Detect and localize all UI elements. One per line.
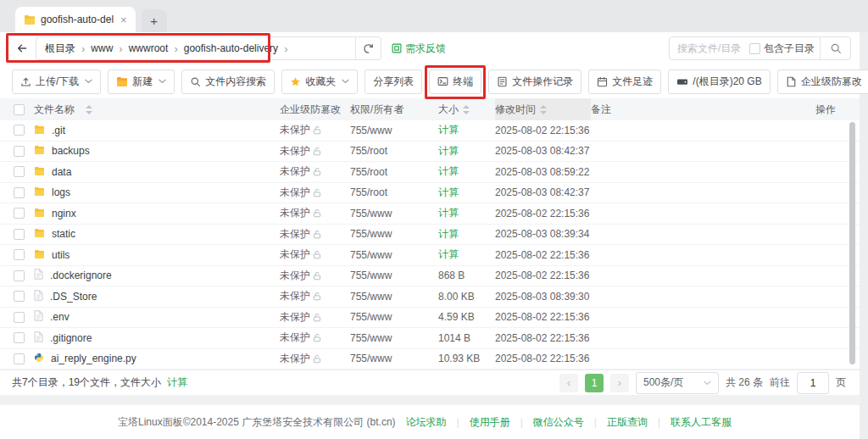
include-subdir-checkbox[interactable] bbox=[749, 43, 760, 54]
file-name[interactable]: nginx bbox=[52, 208, 76, 220]
refresh-button[interactable] bbox=[355, 37, 381, 59]
back-button[interactable] bbox=[12, 36, 32, 60]
calc-size-link[interactable]: 计算 bbox=[438, 206, 495, 220]
row-checkbox[interactable] bbox=[14, 229, 25, 240]
sort-icon[interactable] bbox=[540, 105, 547, 114]
tamper-proof-button[interactable]: 企业级防篡改 bbox=[777, 69, 868, 94]
footer-link[interactable]: 论坛求助 bbox=[406, 416, 447, 428]
row-checkbox[interactable] bbox=[14, 332, 25, 343]
row-checkbox[interactable] bbox=[14, 166, 25, 177]
calc-size-link[interactable]: 计算 bbox=[438, 144, 495, 158]
table-row[interactable]: .env 未保护 755/www 4.59 KB 2025-08-02 22:1… bbox=[0, 308, 860, 329]
row-checkbox[interactable] bbox=[14, 187, 25, 198]
permission-owner: 755/www bbox=[350, 332, 438, 344]
breadcrumb-item[interactable]: goofish-auto-delivery bbox=[184, 42, 278, 54]
header-modified-time[interactable]: 修改时间 bbox=[495, 98, 591, 120]
row-checkbox[interactable] bbox=[14, 146, 25, 157]
header-size[interactable]: 大小 bbox=[438, 103, 495, 117]
table-row[interactable]: .gitignore 未保护 755/www 1014 B 2025-08-02… bbox=[0, 328, 860, 349]
terminal-button[interactable]: 终端 bbox=[429, 69, 481, 94]
table-row[interactable]: backups 未保护 755/root 计算 2025-08-03 08:42… bbox=[0, 142, 860, 163]
breadcrumb-item[interactable]: www bbox=[91, 42, 113, 54]
calc-size-link[interactable]: 计算 bbox=[438, 227, 495, 242]
file-name[interactable]: utils bbox=[52, 249, 70, 261]
modified-time: 2025-08-02 22:15:36 bbox=[495, 270, 591, 281]
lock-open-icon bbox=[313, 230, 321, 239]
file-operations-log-button[interactable]: 文件操作记录 bbox=[488, 69, 581, 94]
feedback-link[interactable]: 需求反馈 bbox=[392, 42, 446, 56]
row-checkbox[interactable] bbox=[14, 353, 25, 364]
search-button[interactable] bbox=[820, 37, 850, 59]
favorites-button[interactable]: 收藏夹 bbox=[281, 69, 358, 94]
permission-owner: 755/www bbox=[350, 228, 438, 240]
row-checkbox[interactable] bbox=[14, 312, 25, 323]
table-row[interactable]: static 未保护 755/www 计算 2025-08-03 08:39:3… bbox=[0, 225, 860, 246]
file-footprints-button[interactable]: 文件足迹 bbox=[588, 69, 661, 94]
file-name[interactable]: backups bbox=[52, 145, 90, 157]
calc-size-link[interactable]: 计算 bbox=[438, 164, 495, 179]
calc-size-link[interactable]: 计算 bbox=[167, 375, 187, 390]
file-name[interactable]: .env bbox=[50, 311, 70, 323]
chevron-down-icon bbox=[342, 79, 349, 84]
modified-time: 2025-08-03 08:42:37 bbox=[495, 186, 591, 198]
breadcrumb-item[interactable]: wwwroot bbox=[129, 42, 169, 54]
sort-icon[interactable] bbox=[86, 105, 92, 114]
file-name[interactable]: logs bbox=[52, 186, 70, 198]
footer-link[interactable]: 使用手册 bbox=[470, 416, 510, 428]
table-row[interactable]: ai_reply_engine.py 未保护 755/www 10.93 KB … bbox=[0, 349, 860, 370]
row-checkbox[interactable] bbox=[14, 270, 25, 281]
lock-open-icon bbox=[313, 271, 321, 281]
file-name[interactable]: .gitignore bbox=[50, 332, 92, 344]
breadcrumb-region: 根目录›www›wwwroot›goofish-auto-delivery› bbox=[12, 36, 381, 60]
footer-link[interactable]: 联系人工客服 bbox=[670, 416, 732, 428]
header-file-name[interactable]: 文件名称 bbox=[34, 103, 280, 117]
calc-size-link[interactable]: 计算 bbox=[438, 247, 495, 262]
upload-icon bbox=[20, 76, 31, 87]
file-name[interactable]: static bbox=[52, 228, 75, 240]
upload-download-button[interactable]: 上传/下载 bbox=[12, 69, 101, 94]
calc-size-link[interactable]: 计算 bbox=[438, 186, 495, 200]
prev-page-button[interactable]: ‹ bbox=[559, 374, 578, 392]
table-row[interactable]: data 未保护 755/root 计算 2025-08-03 08:59:22 bbox=[0, 162, 860, 183]
footer-link[interactable]: 正版查询 bbox=[607, 416, 648, 428]
breadcrumb-item[interactable]: 根目录 bbox=[45, 42, 75, 56]
new-tab-button[interactable]: + bbox=[142, 9, 167, 32]
select-all-checkbox[interactable] bbox=[14, 104, 25, 115]
table-row[interactable]: .dockerignore 未保护 755/www 868 B 2025-08-… bbox=[0, 266, 860, 287]
page-size-select[interactable]: 500条/页 bbox=[636, 372, 719, 394]
folder-icon bbox=[34, 186, 45, 198]
table-row[interactable]: logs 未保护 755/root 计算 2025-08-03 08:42:37 bbox=[0, 183, 860, 204]
table-row[interactable]: .git 未保护 755/www 计算 2025-08-02 22:15:36 bbox=[0, 120, 860, 142]
sort-icon[interactable] bbox=[463, 105, 470, 114]
content-search-button[interactable]: 文件内容搜索 bbox=[181, 69, 275, 94]
row-checkbox[interactable] bbox=[14, 249, 25, 260]
row-checkbox[interactable] bbox=[14, 125, 25, 136]
file-name[interactable]: data bbox=[52, 166, 71, 178]
include-subdir-option[interactable]: 包含子目录 bbox=[749, 42, 815, 56]
file-name[interactable]: .DS_Store bbox=[50, 291, 97, 303]
search-input[interactable] bbox=[670, 42, 749, 54]
table-row[interactable]: nginx 未保护 755/www 计算 2025-08-02 22:15:36 bbox=[0, 203, 860, 225]
new-button[interactable]: 新建 bbox=[108, 69, 175, 94]
upload-download-label: 上传/下载 bbox=[36, 75, 79, 89]
lock-open-icon bbox=[313, 250, 321, 259]
table-row[interactable]: utils 未保护 755/www 计算 2025-08-02 22:15:36 bbox=[0, 245, 860, 266]
tab-goofish-auto-del[interactable]: goofish-auto-del × bbox=[15, 7, 136, 32]
calc-size-link[interactable]: 计算 bbox=[438, 123, 495, 137]
row-checkbox[interactable] bbox=[14, 208, 25, 219]
vertical-scrollbar[interactable] bbox=[849, 122, 855, 364]
protect-status: 未保护 bbox=[280, 331, 310, 345]
table-row[interactable]: .DS_Store 未保护 755/www 8.00 KB 2025-08-03… bbox=[0, 286, 860, 308]
goto-page-input[interactable] bbox=[797, 372, 829, 394]
protect-status: 未保护 bbox=[280, 123, 310, 137]
file-name[interactable]: .git bbox=[52, 125, 65, 136]
file-name[interactable]: ai_reply_engine.py bbox=[51, 353, 136, 364]
share-list-button[interactable]: 分享列表 bbox=[364, 69, 422, 94]
footer-link[interactable]: 微信公众号 bbox=[533, 416, 584, 428]
row-checkbox[interactable] bbox=[14, 291, 25, 302]
disk-root-button[interactable]: /(根目录)20 GB bbox=[668, 69, 770, 94]
next-page-button[interactable]: › bbox=[610, 374, 629, 392]
tab-close-icon[interactable]: × bbox=[120, 14, 127, 26]
file-name[interactable]: .dockerignore bbox=[50, 270, 112, 281]
current-page-button[interactable]: 1 bbox=[585, 374, 604, 392]
